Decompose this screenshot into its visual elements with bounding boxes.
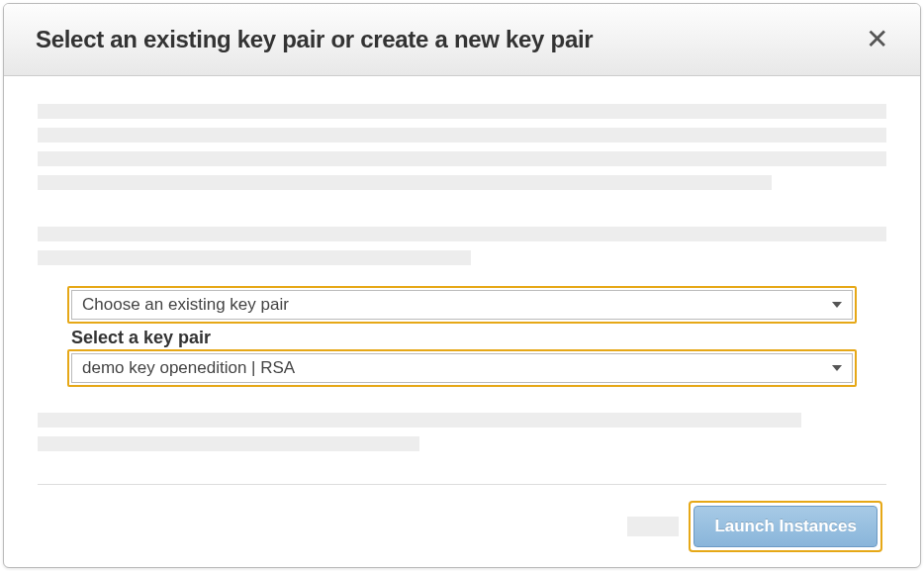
placeholder-line <box>38 413 801 428</box>
chevron-down-icon <box>832 302 842 308</box>
modal-header: Select an existing key pair or create a … <box>4 4 920 76</box>
keypair-select-value: demo key openedition | RSA <box>82 358 295 378</box>
launch-instances-button[interactable]: Launch Instances <box>693 506 878 547</box>
divider <box>38 484 886 485</box>
placeholder-button <box>627 517 679 536</box>
modal-footer: Launch Instances <box>38 501 886 552</box>
modal-title: Select an existing key pair or create a … <box>36 26 593 53</box>
keypair-option-dropdown[interactable]: Choose an existing key pair <box>71 290 853 320</box>
chevron-down-icon <box>832 365 842 371</box>
placeholder-line <box>38 128 886 143</box>
placeholder-line <box>38 436 419 451</box>
close-icon[interactable]: ✕ <box>862 26 892 53</box>
placeholder-line <box>38 175 772 190</box>
keypair-select-dropdown[interactable]: demo key openedition | RSA <box>71 353 853 383</box>
placeholder-line <box>38 104 886 119</box>
keypair-option-highlight: Choose an existing key pair <box>67 286 857 324</box>
select-keypair-label: Select a key pair <box>67 326 857 349</box>
keypair-select-highlight: demo key openedition | RSA <box>67 349 857 387</box>
placeholder-line <box>38 250 471 265</box>
placeholder-line <box>38 151 886 166</box>
keypair-option-value: Choose an existing key pair <box>82 295 289 315</box>
modal-body: Choose an existing key pair Select a key… <box>4 76 920 568</box>
launch-button-highlight: Launch Instances <box>689 501 882 552</box>
keypair-modal: Select an existing key pair or create a … <box>3 3 921 568</box>
placeholder-line <box>38 227 886 241</box>
